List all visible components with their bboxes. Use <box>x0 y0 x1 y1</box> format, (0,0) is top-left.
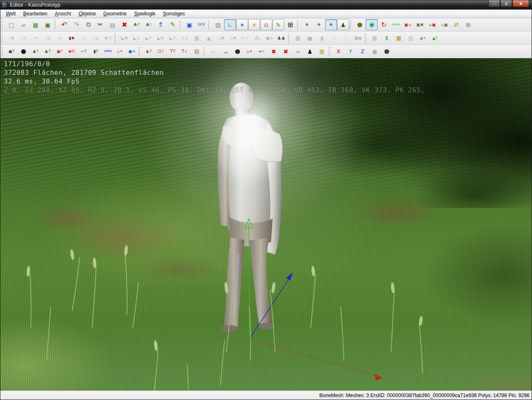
fog-icon[interactable]: ☁ <box>219 46 232 57</box>
import-dw-2-icon[interactable]: ↘▣ <box>438 19 450 30</box>
copy-icon[interactable]: ⧉ <box>82 19 94 30</box>
sun-cloud-icon[interactable]: ☀ <box>248 19 260 30</box>
minimize-button[interactable]: — <box>488 0 500 7</box>
terrain-texture-icon[interactable]: ▦ <box>393 32 405 44</box>
triangle-marks-icon[interactable]: ▷∙ <box>239 32 251 44</box>
sector-move-icon[interactable]: ◣↘ <box>131 32 143 44</box>
markers-add-icon[interactable]: ∷+ <box>17 32 30 44</box>
menu-spiellogik[interactable]: Spiellogik <box>131 10 159 17</box>
axis-widget-icon[interactable]: ∟ <box>224 19 236 30</box>
house-icon[interactable]: ⌂ <box>260 19 272 30</box>
markers-axis-icon[interactable]: ∷∟ <box>78 32 90 44</box>
door-question-icon[interactable]: ▮? <box>90 46 102 57</box>
black-grid-icon[interactable]: ⊞ <box>284 19 296 30</box>
minimap-icon[interactable]: ▦ <box>316 46 328 57</box>
triangles-star-icon[interactable]: △✶ <box>114 46 126 57</box>
boat-question-icon[interactable]: ♟? <box>143 46 155 57</box>
camera-marker-2-icon[interactable]: ⌖ <box>313 19 325 30</box>
viewport-frame-icon[interactable]: ▣ <box>183 19 195 30</box>
sphere-folder-icon[interactable]: ● <box>17 46 30 57</box>
mountains-icon[interactable]: ∧∧ <box>179 32 191 44</box>
menu-geometrie[interactable]: Geometrie <box>100 10 131 17</box>
redo-icon[interactable]: ↷ <box>70 19 82 30</box>
projector-icon[interactable]: ▻ <box>207 46 219 57</box>
axis-gizmo[interactable] <box>245 219 382 381</box>
shapes-icon[interactable]: ■● <box>352 32 364 44</box>
tree-insert-icon[interactable]: ⇑ <box>155 19 167 30</box>
markers-copy-icon[interactable]: ∷⧉ <box>42 32 54 44</box>
item-id-icon[interactable]: ●ID <box>66 46 78 57</box>
menu-sonstiges[interactable]: Sonstiges <box>159 10 189 17</box>
title-bar[interactable]: Editor - KalosPrototyp — ⧉ ✖ <box>0 0 532 10</box>
two-figures-icon[interactable]: ♟♟ <box>275 32 287 44</box>
sector-rotate-icon[interactable]: ◣↶ <box>143 32 155 44</box>
undo-icon[interactable]: ↶ <box>58 19 70 30</box>
terrain-new-icon[interactable]: ▲✶ <box>417 32 429 44</box>
paint-pencil-icon[interactable]: ✎ <box>272 19 284 30</box>
cube-icon[interactable]: ▧ <box>212 19 224 30</box>
markers-undo-icon[interactable]: ∷↶ <box>30 32 42 44</box>
npc-question-1-icon[interactable]: ♟? <box>30 46 42 57</box>
globe-star-icon[interactable]: ●✶ <box>126 46 138 57</box>
vars-question-icon[interactable]: VARS <box>102 46 114 57</box>
paste-icon[interactable]: ▤ <box>106 19 118 30</box>
sphere-move-icon[interactable]: ◉ <box>366 19 378 30</box>
menu-bearbeiten[interactable]: Bearbeiten <box>20 10 51 17</box>
sphere-rotate-icon[interactable]: ↻ <box>378 19 390 30</box>
camera-x-icon[interactable]: X <box>332 46 345 57</box>
terrain-question-icon[interactable]: ▲? <box>429 32 441 44</box>
portal-delete-icon[interactable]: ▮✖ <box>66 32 78 44</box>
runner-icon[interactable]: ♟ <box>304 46 316 57</box>
quest-icon[interactable]: Q? <box>155 46 167 57</box>
cut-icon[interactable]: ✂ <box>94 19 106 30</box>
draw-pencil-icon[interactable]: ✎ <box>167 19 179 30</box>
grid-dark-icon[interactable]: ▩ <box>292 32 304 44</box>
menu-objekte[interactable]: Objekte <box>75 10 99 17</box>
close-button[interactable]: ✖ <box>512 0 529 7</box>
text-question-icon[interactable]: T? <box>167 46 179 57</box>
triangle-textured-icon[interactable]: ▲ <box>203 32 215 44</box>
terrain-colors-icon[interactable]: ▦ <box>30 19 42 30</box>
text-check-icon[interactable]: T✓ <box>179 46 191 57</box>
sector-axes-icon[interactable]: ◣↗ <box>167 32 179 44</box>
export-dw-2-icon[interactable]: ▣✖ <box>414 19 426 30</box>
script-question-icon[interactable]: ●? <box>5 46 17 57</box>
sphere-checker-icon[interactable]: ● <box>369 46 381 57</box>
droplet-icon[interactable]: ◌ <box>340 32 352 44</box>
sector-mail-icon[interactable]: ◣✉ <box>155 32 167 44</box>
grid-soft-icon[interactable]: ▦ <box>191 32 203 44</box>
spheres-swap-icon[interactable]: ⇄ <box>450 19 462 30</box>
tree-info-icon[interactable]: ♣! <box>143 19 155 30</box>
sphere-dark-icon[interactable]: ● <box>354 19 366 30</box>
scatter-icon[interactable]: ⁂ <box>251 32 263 44</box>
terrain-select-icon[interactable]: ▨ <box>405 32 417 44</box>
journal-icon[interactable]: ▤ <box>191 46 203 57</box>
marker-groups-icon[interactable]: ∷ <box>328 32 340 44</box>
arrows-cross-2-icon[interactable]: ↘✖ <box>227 32 239 44</box>
restore-button[interactable]: ⧉ <box>500 0 512 7</box>
menu-ansicht[interactable]: Ansicht <box>51 10 75 17</box>
tree-lift-icon[interactable]: ♣↑ <box>102 32 114 44</box>
markers-gizmo-icon[interactable]: ∷∠ <box>90 32 102 44</box>
export-dw-1-icon[interactable]: ▣↘ <box>402 19 414 30</box>
cylinder-icon[interactable]: ▮ <box>316 32 328 44</box>
markers-delete-icon[interactable]: ∷✖ <box>5 32 17 44</box>
viewport-3d[interactable]: 171/196/0/0 372083 Flächen, 281709 Schat… <box>0 58 532 390</box>
waypoint-question-icon[interactable]: ↩? <box>78 46 90 57</box>
camera-marker-1-icon[interactable]: ⌖ <box>301 19 313 30</box>
save-icon[interactable]: ▣ <box>42 19 54 30</box>
gfx-settings-icon[interactable]: GFX <box>195 19 207 30</box>
blob-icon[interactable]: ● <box>304 32 316 44</box>
bug-delete-1-icon[interactable]: ✖ <box>268 46 280 57</box>
marker-single-icon[interactable]: + <box>54 32 66 44</box>
open-folder-icon[interactable]: ▰ <box>17 19 30 30</box>
import-dw-1-icon[interactable]: ↘▣ <box>426 19 438 30</box>
camera-marker-3-icon[interactable]: ⌖ <box>325 19 337 30</box>
house-star-icon[interactable]: ⌂✶ <box>244 46 256 57</box>
star-icon[interactable]: ✶ <box>236 19 248 30</box>
new-file-icon[interactable]: □ <box>5 19 17 30</box>
camera-y-icon[interactable]: Y <box>345 46 357 57</box>
sphere-copy-icon[interactable]: ●⧉ <box>263 32 275 44</box>
menu-welt[interactable]: Welt <box>2 10 20 17</box>
terrain-raise-icon[interactable]: ⇕ <box>381 32 393 44</box>
